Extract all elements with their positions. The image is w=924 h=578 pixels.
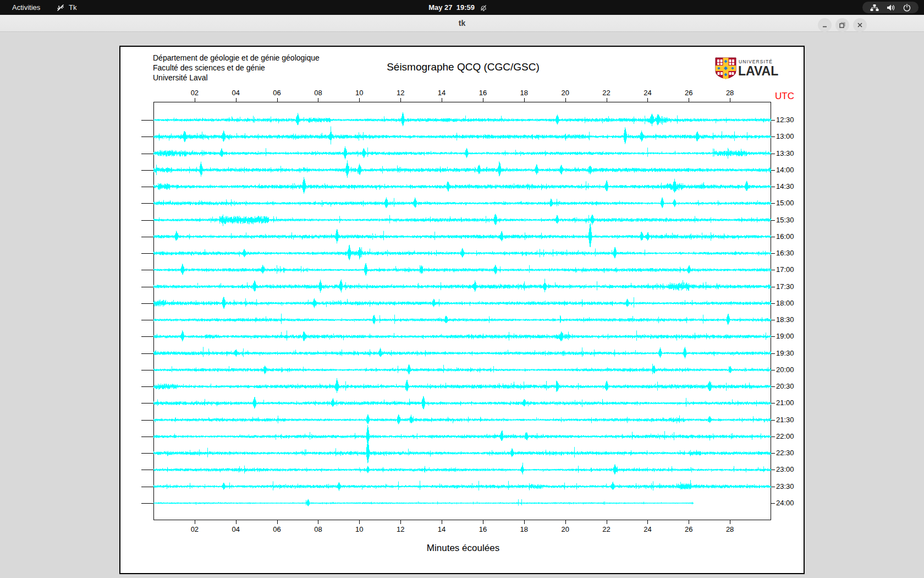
x-tick-label-bottom: 06 <box>269 525 285 533</box>
x-tick-label-bottom: 22 <box>598 525 615 533</box>
trace-tick-right <box>771 453 775 454</box>
trace-tick-left <box>141 487 153 487</box>
x-tick-bottom <box>647 520 648 524</box>
x-tick-bottom <box>442 520 442 524</box>
maximize-button[interactable] <box>835 18 849 32</box>
x-tick-bottom <box>730 520 730 524</box>
laval-logo: UNIVERSITÉ LAVAL <box>715 57 782 82</box>
trace-tick-right <box>771 203 775 204</box>
gnome-top-bar: Activities Tk May 27 19:59 <box>0 0 924 15</box>
x-tick-label-top: 28 <box>722 89 738 97</box>
trace-tick-left <box>141 270 153 270</box>
trace-tick-left <box>141 203 153 204</box>
trace-tick-right <box>771 403 775 403</box>
utc-time-label: 20:00 <box>776 366 794 374</box>
x-tick-top <box>730 98 730 102</box>
utc-time-label: 17:00 <box>776 265 794 274</box>
plot-title: Séismographe QCQ (CGC/GSC) <box>120 61 806 73</box>
trace-tick-left <box>141 154 153 154</box>
trace-tick-right <box>771 336 775 337</box>
utc-time-label: 16:30 <box>776 249 794 257</box>
x-tick-top <box>195 98 195 102</box>
utc-time-label: 14:30 <box>776 182 794 190</box>
x-axis-title: Minutes écoulées <box>120 543 806 554</box>
x-tick-label-bottom: 24 <box>639 525 656 533</box>
x-tick-label-bottom: 10 <box>351 525 367 533</box>
x-tick-label-top: 04 <box>228 89 244 97</box>
x-tick-label-bottom: 14 <box>433 525 450 533</box>
logo-text-large: LAVAL <box>738 64 778 78</box>
laval-shield-icon <box>716 58 736 79</box>
x-tick-label-bottom: 16 <box>475 525 491 533</box>
x-tick-top <box>647 98 648 102</box>
x-tick-label-bottom: 28 <box>722 525 738 533</box>
x-tick-label-top: 14 <box>433 89 450 97</box>
seismograph-canvas: Département de géologie et de génie géol… <box>119 46 805 574</box>
utc-time-label: 23:30 <box>776 482 794 490</box>
desktop-screen: Activities Tk May 27 19:59 <box>0 0 924 578</box>
trace-tick-right <box>771 320 775 320</box>
x-tick-label-top: 06 <box>269 89 285 97</box>
x-tick-label-bottom: 20 <box>557 525 574 533</box>
trace-tick-right <box>771 437 775 437</box>
activities-button[interactable]: Activities <box>7 0 46 15</box>
trace-tick-left <box>141 470 153 470</box>
utc-time-label: 16:00 <box>776 232 794 241</box>
x-tick-label-top: 16 <box>475 89 491 97</box>
utc-time-label: 19:30 <box>776 349 794 357</box>
network-icon <box>870 4 879 12</box>
trace-tick-left <box>141 287 153 287</box>
trace-tick-right <box>771 370 775 370</box>
x-tick-bottom <box>195 520 195 524</box>
x-tick-label-top: 26 <box>680 89 697 97</box>
trace-tick-left <box>141 237 153 237</box>
trace-tick-right <box>771 137 775 137</box>
trace-tick-right <box>771 353 775 354</box>
system-tray[interactable] <box>862 2 919 13</box>
close-button[interactable] <box>853 18 867 32</box>
tk-feather-icon <box>57 3 65 12</box>
x-tick-top <box>483 98 483 102</box>
trace-tick-right <box>771 303 775 304</box>
utc-time-label: 17:30 <box>776 282 794 291</box>
trace-tick-right <box>771 154 775 154</box>
x-tick-label-top: 22 <box>598 89 615 97</box>
trace-tick-left <box>141 303 153 304</box>
utc-time-label: 14:00 <box>776 166 794 174</box>
x-tick-bottom <box>565 520 566 524</box>
trace-tick-left <box>141 253 153 254</box>
trace-tick-right <box>771 220 775 221</box>
app-menu[interactable]: Tk <box>57 0 76 15</box>
app-menu-label: Tk <box>69 3 76 12</box>
trace-tick-left <box>141 120 153 121</box>
x-tick-top <box>400 98 401 102</box>
header-line-3: Université Laval <box>153 73 320 83</box>
minimize-button[interactable] <box>818 18 832 32</box>
utc-time-label: 24:00 <box>776 499 794 507</box>
window-title: tk <box>0 15 924 32</box>
trace-tick-right <box>771 287 775 287</box>
x-tick-label-top: 08 <box>310 89 326 97</box>
clock-button[interactable]: May 27 19:59 <box>428 0 496 15</box>
trace-tick-left <box>141 187 153 187</box>
x-tick-top <box>565 98 566 102</box>
x-tick-label-top: 20 <box>557 89 574 97</box>
trace-tick-left <box>141 437 153 437</box>
trace-tick-right <box>771 170 775 171</box>
utc-time-label: 21:00 <box>776 399 794 407</box>
trace-tick-left <box>141 220 153 221</box>
x-tick-label-top: 24 <box>639 89 656 97</box>
trace-tick-left <box>141 353 153 354</box>
utc-time-label: 20:30 <box>776 382 794 390</box>
trace-tick-right <box>771 187 775 187</box>
x-tick-label-top: 02 <box>186 89 203 97</box>
trace-tick-right <box>771 470 775 470</box>
x-tick-label-bottom: 04 <box>228 525 244 533</box>
utc-time-label: 15:00 <box>776 199 794 207</box>
x-tick-label-bottom: 08 <box>310 525 326 533</box>
x-tick-top <box>442 98 442 102</box>
x-tick-label-top: 10 <box>351 89 367 97</box>
volume-icon <box>887 4 895 12</box>
x-tick-top <box>277 98 278 102</box>
x-tick-top <box>689 98 689 102</box>
